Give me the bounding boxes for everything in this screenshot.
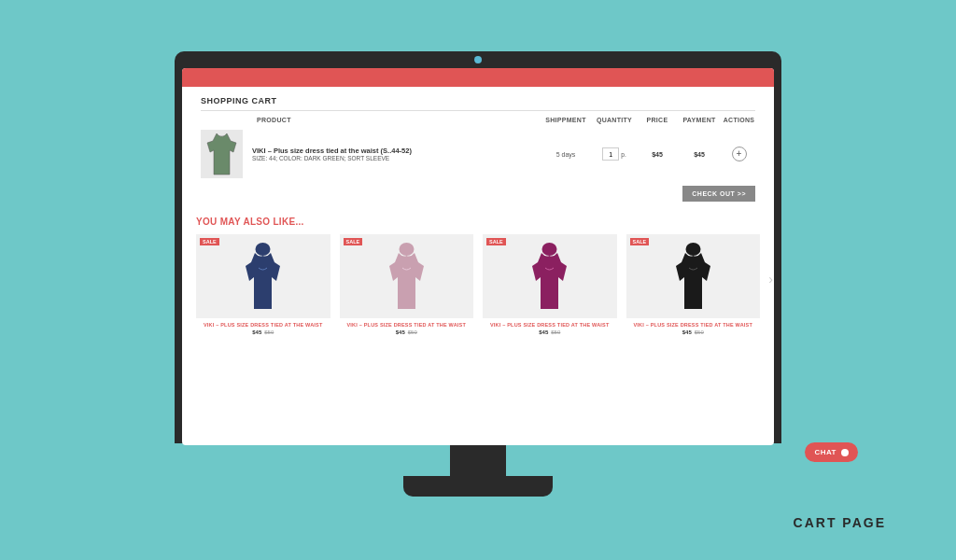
top-bar bbox=[182, 68, 774, 87]
monitor-screen: SHOPPING CART PRODUCT SHIPPMENT QUANTITY… bbox=[175, 51, 781, 443]
sale-badge: SALE bbox=[344, 238, 363, 245]
product-dress-image bbox=[205, 132, 238, 176]
item-payment: $45 bbox=[676, 151, 723, 158]
product-card-name: VIKI – PLUS SIZE DRESS TIED AT THE WAIST bbox=[490, 322, 610, 328]
remove-button[interactable]: + bbox=[732, 147, 747, 161]
svg-point-0 bbox=[256, 243, 271, 256]
monitor-stand-base bbox=[403, 476, 553, 497]
product-name: VIKI – Plus size dress tied at the waist… bbox=[252, 147, 541, 155]
product-dress-svg bbox=[242, 242, 284, 312]
product-card-prices: $45 $50 bbox=[252, 329, 274, 335]
item-quantity: 1 p. bbox=[590, 147, 639, 161]
product-info: VIKI – Plus size dress tied at the waist… bbox=[252, 147, 541, 161]
product-card-image[interactable]: SALE bbox=[340, 234, 474, 318]
monitor-stand-neck bbox=[450, 443, 506, 476]
item-price: $45 bbox=[639, 151, 676, 158]
price-sale: $45 bbox=[252, 329, 261, 335]
svg-point-2 bbox=[542, 243, 557, 256]
product-image bbox=[201, 130, 243, 178]
price-original: $50 bbox=[264, 329, 274, 335]
product-thumbnail bbox=[201, 130, 243, 178]
product-dress-svg bbox=[386, 242, 428, 312]
list-item: SALE VIKI – PLUS SIZE DRESS TIED AT THE … bbox=[340, 234, 474, 335]
screen-content: SHOPPING CART PRODUCT SHIPPMENT QUANTITY… bbox=[182, 68, 774, 445]
checkout-row: CHECK OUT >> bbox=[201, 182, 755, 207]
product-card-name: VIKI – PLUS SIZE DRESS TIED AT THE WAIST bbox=[347, 322, 467, 328]
item-shipment: 5 days bbox=[541, 151, 590, 158]
sale-badge: SALE bbox=[486, 238, 506, 245]
price-original: $50 bbox=[408, 329, 417, 335]
monitor-camera bbox=[474, 56, 482, 63]
chat-dot bbox=[841, 449, 849, 456]
price-original: $50 bbox=[551, 329, 560, 335]
checkout-button[interactable]: CHECK OUT >> bbox=[682, 186, 755, 202]
col-product-header: PRODUCT bbox=[257, 117, 541, 123]
price-original: $50 bbox=[695, 329, 704, 335]
product-card-image[interactable]: SALE bbox=[483, 234, 617, 318]
price-sale: $45 bbox=[682, 329, 692, 335]
product-card-name: VIKI – PLUS SIZE DRESS TIED AT THE WAIST bbox=[634, 322, 753, 328]
next-arrow[interactable]: › bbox=[768, 272, 773, 287]
svg-point-1 bbox=[399, 243, 414, 256]
col-shipment-header: SHIPPMENT bbox=[541, 117, 590, 123]
sale-badge: SALE bbox=[630, 238, 650, 245]
product-card-prices: $45 $50 bbox=[396, 329, 417, 335]
cart-divider bbox=[201, 110, 755, 111]
also-like-section: YOU MAY ALSO LIKE... SALE bbox=[182, 212, 774, 445]
col-payment-header: PAYMENT bbox=[676, 117, 723, 123]
col-actions-header: ACTIONS bbox=[723, 117, 755, 123]
also-like-title: YOU MAY ALSO LIKE... bbox=[196, 217, 760, 227]
price-sale: $45 bbox=[539, 329, 548, 335]
quantity-unit: p. bbox=[621, 151, 626, 158]
price-sale: $45 bbox=[396, 329, 405, 335]
chat-label: CHAT bbox=[814, 448, 836, 456]
cart-table-header: PRODUCT SHIPPMENT QUANTITY PRICE PAYMENT… bbox=[201, 117, 755, 126]
monitor: SHOPPING CART PRODUCT SHIPPMENT QUANTITY… bbox=[161, 51, 795, 509]
product-dress-svg bbox=[672, 242, 714, 312]
product-dress-svg bbox=[528, 242, 570, 312]
product-card-prices: $45 $50 bbox=[682, 329, 704, 335]
col-price-header: PRICE bbox=[639, 117, 676, 123]
cart-title: SHOPPING CART bbox=[201, 96, 755, 105]
product-card-name: VIKI – PLUS SIZE DRESS TIED AT THE WAIST bbox=[204, 322, 323, 328]
product-card-image[interactable]: SALE bbox=[626, 234, 761, 318]
product-card-image[interactable]: SALE bbox=[196, 234, 330, 318]
products-row: SALE VIKI – PLUS SIZE DRESS TIED AT THE … bbox=[196, 234, 760, 335]
list-item: SALE VIKI – PLUS SIZE DRESS TIED AT THE … bbox=[483, 234, 617, 335]
product-details: SIZE: 44; COLOR: DARK GREEN; SORT SLEEVE bbox=[252, 155, 541, 161]
screen-inner: SHOPPING CART PRODUCT SHIPPMENT QUANTITY… bbox=[182, 68, 774, 445]
quantity-input[interactable]: 1 bbox=[602, 147, 619, 161]
list-item: SALE VIKI – PLUS SIZE DRESS TIED AT THE … bbox=[196, 234, 330, 335]
product-card-prices: $45 $50 bbox=[539, 329, 560, 335]
table-row: VIKI – Plus size dress tied at the waist… bbox=[201, 126, 755, 182]
sale-badge: SALE bbox=[200, 238, 219, 245]
col-quantity-header: QUANTITY bbox=[590, 117, 639, 123]
cart-page-label: CART PAGE bbox=[794, 515, 886, 530]
cart-area: SHOPPING CART PRODUCT SHIPPMENT QUANTITY… bbox=[182, 87, 774, 212]
svg-point-3 bbox=[685, 243, 700, 256]
list-item: SALE VIKI – PLUS SIZE DRESS TIED AT THE … bbox=[626, 234, 761, 335]
chat-button[interactable]: CHAT bbox=[805, 442, 858, 462]
item-actions: + bbox=[723, 147, 755, 161]
